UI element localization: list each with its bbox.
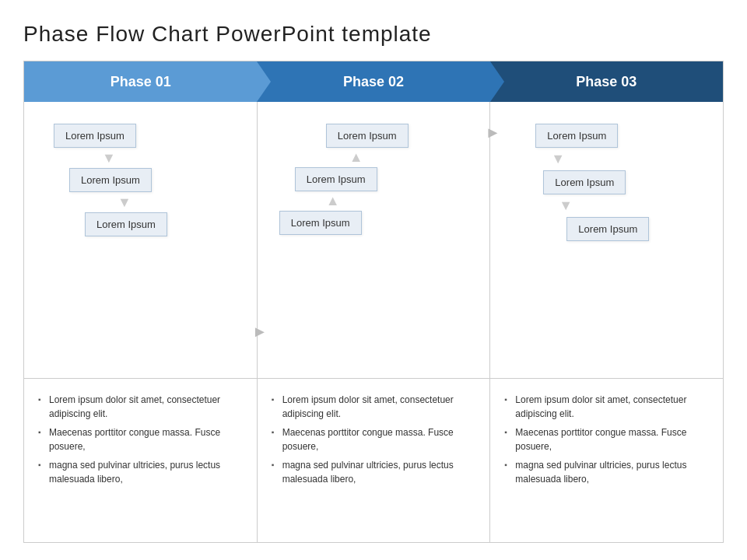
phase2-bullet3: magna sed pulvinar ultricies, purus lect… bbox=[272, 458, 476, 486]
phase3-box1: Lorem Ipsum bbox=[535, 124, 618, 148]
phase2-header: Phase 02 bbox=[257, 61, 489, 102]
phase2-diagram: Lorem Ipsum ▲ Lorem Ipsum ▲ Lorem Ipsum bbox=[258, 102, 491, 378]
phase3-box3: Lorem Ipsum bbox=[566, 217, 649, 241]
phase2-box3: Lorem Ipsum bbox=[279, 211, 362, 235]
phase-header-row: Phase 01 Phase 02 Phase 03 bbox=[24, 61, 723, 102]
phase3-bullet1: Lorem ipsum dolor sit amet, consectetuer… bbox=[504, 393, 709, 421]
diagram-row: Lorem Ipsum ▼ Lorem Ipsum ▼ Lorem Ipsum … bbox=[24, 102, 723, 379]
phase1-arrow1: ▼ bbox=[102, 151, 114, 165]
phase3-bullet-list: Lorem ipsum dolor sit amet, consectetuer… bbox=[504, 393, 709, 486]
phase3-bullet2: Maecenas porttitor congue massa. Fusce p… bbox=[504, 425, 709, 453]
text-row: Lorem ipsum dolor sit amet, consectetuer… bbox=[24, 379, 723, 542]
phase2-box1: Lorem Ipsum bbox=[326, 124, 409, 148]
phase1-box1: Lorem Ipsum bbox=[54, 124, 136, 148]
phase1-diagram: Lorem Ipsum ▼ Lorem Ipsum ▼ Lorem Ipsum … bbox=[24, 102, 258, 378]
phase3-header: Phase 03 bbox=[490, 61, 723, 102]
phase2-text-col: Lorem ipsum dolor sit amet, consectetuer… bbox=[258, 379, 491, 542]
phase3-box2: Lorem Ipsum bbox=[543, 170, 626, 194]
phase1-box3: Lorem Ipsum bbox=[85, 212, 167, 236]
phase3-text-col: Lorem ipsum dolor sit amet, consectetuer… bbox=[490, 379, 723, 542]
main-content: Phase 01 Phase 02 Phase 03 Lorem Ipsum ▼… bbox=[23, 61, 724, 543]
phase1-box2: Lorem Ipsum bbox=[69, 168, 152, 192]
phase2-to-phase3-arrow: ► bbox=[486, 124, 501, 142]
phase2-bullet-list: Lorem ipsum dolor sit amet, consectetuer… bbox=[272, 393, 476, 486]
phase3-diagram: Lorem Ipsum ▼ Lorem Ipsum ▼ Lorem Ipsum bbox=[490, 102, 723, 378]
phase1-label: Phase 01 bbox=[110, 74, 171, 90]
page-title: Phase Flow Chart PowerPoint template bbox=[23, 22, 724, 47]
phase1-text-col: Lorem ipsum dolor sit amet, consectetuer… bbox=[24, 379, 258, 542]
phase2-box2: Lorem Ipsum bbox=[295, 167, 377, 191]
phase2-bullet1: Lorem ipsum dolor sit amet, consectetuer… bbox=[272, 393, 476, 421]
phase3-label: Phase 03 bbox=[576, 74, 637, 90]
phase1-bullet3: magna sed pulvinar ultricies, purus lect… bbox=[38, 458, 243, 486]
phase2-bullet2: Maecenas porttitor congue massa. Fusce p… bbox=[272, 425, 476, 453]
phase1-arrow2: ▼ bbox=[117, 195, 130, 209]
phase2-label: Phase 02 bbox=[343, 74, 404, 90]
phase1-header: Phase 01 bbox=[24, 61, 257, 102]
phase1-bullet1: Lorem ipsum dolor sit amet, consectetuer… bbox=[38, 393, 243, 421]
phase1-to-phase2-arrow: ► bbox=[252, 323, 268, 341]
phase3-bullet3: magna sed pulvinar ultricies, purus lect… bbox=[504, 458, 709, 486]
phase1-bullet2: Maecenas porttitor congue massa. Fusce p… bbox=[38, 425, 243, 453]
page: Phase Flow Chart PowerPoint template Pha… bbox=[0, 0, 747, 560]
phase1-bullet-list: Lorem ipsum dolor sit amet, consectetuer… bbox=[38, 393, 243, 486]
